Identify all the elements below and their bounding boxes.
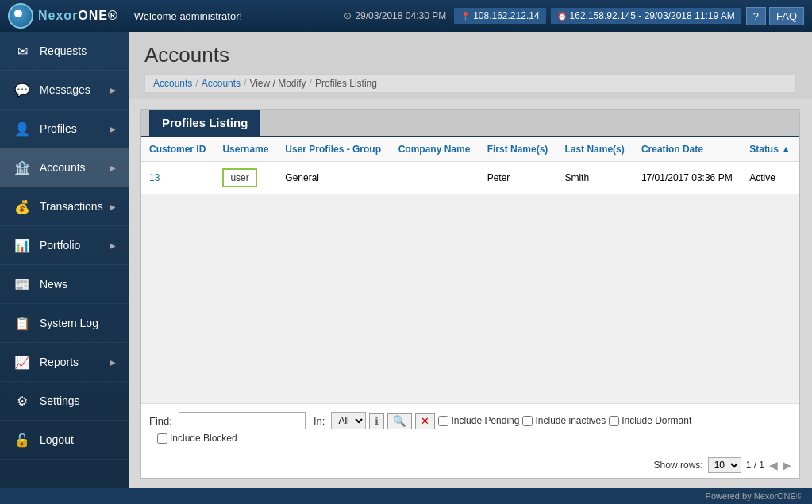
faq-button[interactable]: FAQ xyxy=(769,7,804,25)
page-info: 1 / 1 xyxy=(746,460,764,471)
table-row: 13 user General Peter Smith 17/01/2017 0… xyxy=(141,162,799,194)
sidebar-item-settings[interactable]: ⚙ Settings xyxy=(0,382,129,421)
logout-icon: 🔓 xyxy=(13,430,32,449)
profiles-icon: 👤 xyxy=(13,119,32,138)
sidebar-label-accounts: Accounts xyxy=(40,161,110,174)
sidebar-label-messages: Messages xyxy=(40,83,110,96)
search-go-button[interactable]: 🔍 xyxy=(387,413,412,429)
header-ip: 108.162.212.14 xyxy=(454,8,545,24)
logo-text: NexorONE® xyxy=(38,9,118,23)
breadcrumb: Accounts / Accounts / View / Modify / Pr… xyxy=(144,74,796,93)
col-last-name[interactable]: Last Name(s) xyxy=(556,137,633,162)
include-inactives-label[interactable]: Include inactives xyxy=(522,415,606,426)
info-button[interactable]: ℹ xyxy=(369,413,384,429)
sidebar-label-requests: Requests xyxy=(40,44,116,57)
table-container: Customer ID Username User Profiles - Gro… xyxy=(141,137,799,403)
header-datetime: 29/03/2018 04:30 PM xyxy=(344,10,446,21)
col-user-profiles-group[interactable]: User Profiles - Group xyxy=(277,137,390,162)
chevron-right-icon: ▶ xyxy=(110,86,116,94)
header-session: 162.158.92.145 - 29/03/2018 11:19 AM xyxy=(551,8,741,24)
sidebar-item-portfolio[interactable]: 📊 Portfolio ▶ xyxy=(0,226,129,265)
messages-icon: 💬 xyxy=(13,80,32,99)
sidebar-item-transactions[interactable]: 💰 Transactions ▶ xyxy=(0,187,129,226)
include-pending-text: Include Pending xyxy=(451,415,519,426)
col-company-name[interactable]: Company Name xyxy=(391,137,479,162)
col-username[interactable]: Username xyxy=(214,137,277,162)
cell-username[interactable]: user xyxy=(214,162,277,194)
reports-icon: 📈 xyxy=(13,352,32,371)
search-clear-button[interactable]: ✕ xyxy=(415,413,435,429)
include-pending-checkbox[interactable] xyxy=(438,416,448,426)
logo: NexorONE® xyxy=(8,3,118,29)
sidebar-item-system-log[interactable]: 📋 System Log xyxy=(0,304,129,343)
cell-company xyxy=(391,162,479,194)
sidebar-label-portfolio: Portfolio xyxy=(40,239,110,252)
footer: Powered by NexorONE© xyxy=(0,488,812,504)
include-pending-label[interactable]: Include Pending xyxy=(438,415,519,426)
include-dormant-label[interactable]: Include Dormant xyxy=(609,415,691,426)
sidebar-label-profiles: Profiles xyxy=(40,122,110,135)
cell-customer-id[interactable]: 13 xyxy=(141,162,214,194)
search-bar: Find: In: All ℹ 🔍 ✕ Include Pending Incl… xyxy=(141,403,799,452)
cell-group: General xyxy=(277,162,390,194)
show-rows-label: Show rows: xyxy=(654,460,703,471)
include-inactives-checkbox[interactable] xyxy=(522,416,533,426)
sidebar-item-reports[interactable]: 📈 Reports ▶ xyxy=(0,343,129,382)
settings-icon: ⚙ xyxy=(13,391,32,410)
col-customer-id[interactable]: Customer ID xyxy=(141,137,214,162)
include-blocked-checkbox[interactable] xyxy=(157,433,167,444)
cell-creation-date: 17/01/2017 03:36 PM xyxy=(633,162,741,194)
col-creation-date[interactable]: Creation Date xyxy=(633,137,741,162)
sidebar-label-news: News xyxy=(40,278,116,290)
sidebar-item-accounts[interactable]: 🏦 Accounts ▶ xyxy=(0,148,129,187)
header: NexorONE® Welcome administrator! 29/03/2… xyxy=(0,0,812,32)
rows-select[interactable]: 10 25 50 xyxy=(708,457,741,473)
sidebar-item-messages[interactable]: 💬 Messages ▶ xyxy=(0,71,129,110)
tab-panel: Profiles Listing Customer ID Username Us… xyxy=(140,109,800,479)
news-icon: 📰 xyxy=(13,275,32,294)
breadcrumb-sep-3: / xyxy=(310,78,312,89)
sidebar-item-requests[interactable]: ✉ Requests xyxy=(0,32,129,71)
chevron-right-icon: ▶ xyxy=(110,241,116,250)
search-input[interactable] xyxy=(179,412,306,429)
include-dormant-checkbox[interactable] xyxy=(609,416,619,426)
breadcrumb-accounts-2[interactable]: Accounts xyxy=(202,78,241,89)
col-status[interactable]: Status ▲ xyxy=(741,137,799,162)
tab-profiles-listing[interactable]: Profiles Listing xyxy=(149,110,260,136)
requests-icon: ✉ xyxy=(13,41,32,60)
page-title: Accounts xyxy=(144,43,796,67)
breadcrumb-sep-2: / xyxy=(244,78,246,89)
prev-page-button[interactable]: ◀ xyxy=(769,459,778,471)
include-dormant-text: Include Dormant xyxy=(622,415,691,426)
sidebar-label-transactions: Transactions xyxy=(40,200,110,213)
breadcrumb-profiles-listing: Profiles Listing xyxy=(315,78,377,89)
sidebar-label-settings: Settings xyxy=(40,394,116,407)
accounts-icon: 🏦 xyxy=(13,158,32,177)
breadcrumb-sep-1: / xyxy=(195,78,198,89)
include-blocked-label[interactable]: Include Blocked xyxy=(149,433,791,444)
cell-last-name: Smith xyxy=(556,162,633,194)
content-area: Accounts Accounts / Accounts / View / Mo… xyxy=(129,32,812,488)
sidebar-item-logout[interactable]: 🔓 Logout xyxy=(0,421,129,460)
sidebar: ✉ Requests 💬 Messages ▶ 👤 Profiles ▶ 🏦 A… xyxy=(0,32,129,488)
tab-header-row: Profiles Listing xyxy=(141,110,799,137)
breadcrumb-accounts-1[interactable]: Accounts xyxy=(153,78,192,89)
welcome-text: Welcome administrator! xyxy=(134,10,242,22)
chevron-right-icon: ▶ xyxy=(110,125,116,133)
chevron-right-icon: ▶ xyxy=(110,358,116,367)
search-in-select[interactable]: All xyxy=(331,412,366,429)
sidebar-item-news[interactable]: 📰 News xyxy=(0,265,129,304)
content-header: Accounts Accounts / Accounts / View / Mo… xyxy=(129,32,812,99)
next-page-button[interactable]: ▶ xyxy=(783,459,791,471)
sidebar-item-profiles[interactable]: 👤 Profiles ▶ xyxy=(0,110,129,148)
breadcrumb-view-modify: View / Modify xyxy=(249,78,306,89)
in-label: In: xyxy=(314,415,325,427)
logo-icon xyxy=(8,3,33,29)
portfolio-icon: 📊 xyxy=(13,236,32,255)
main-layout: ✉ Requests 💬 Messages ▶ 👤 Profiles ▶ 🏦 A… xyxy=(0,32,812,488)
include-blocked-text: Include Blocked xyxy=(170,433,237,444)
sidebar-label-logout: Logout xyxy=(40,433,116,446)
help-button[interactable]: ? xyxy=(746,7,766,25)
table-header-row: Customer ID Username User Profiles - Gro… xyxy=(141,137,799,162)
col-first-name[interactable]: First Name(s) xyxy=(479,137,557,162)
